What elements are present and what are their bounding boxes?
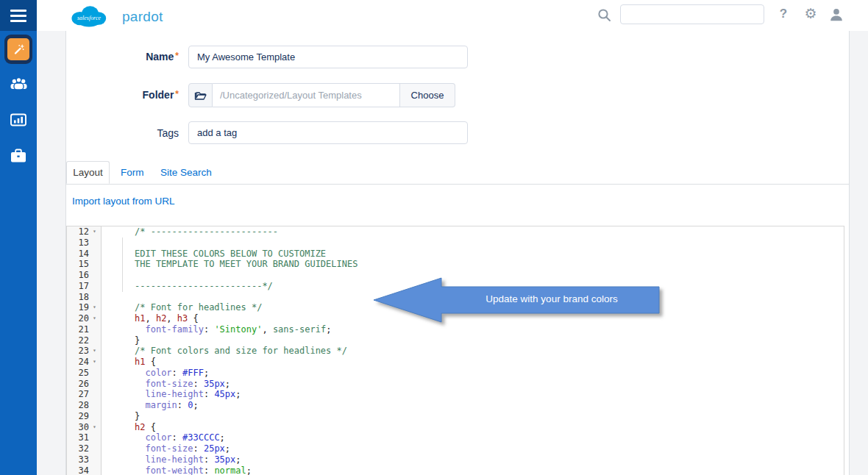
name-input[interactable] — [188, 46, 468, 68]
required-asterisk: * — [175, 89, 179, 99]
code-line[interactable]: 32 font-size: 25px; — [67, 443, 844, 454]
menu-icon[interactable] — [0, 0, 37, 31]
code-line[interactable]: 24▾h1 { — [67, 357, 844, 368]
fold-arrow-icon[interactable]: ▾ — [89, 302, 100, 313]
code-text[interactable]: font-size: 35px; — [102, 379, 230, 390]
line-number: 20 — [67, 313, 89, 324]
code-text[interactable]: font-size: 25px; — [102, 443, 230, 454]
code-text[interactable] — [102, 292, 135, 303]
code-text[interactable]: h1, h2, h3 { — [102, 313, 199, 324]
code-line[interactable]: 31 color: #33CCCC; — [67, 432, 844, 443]
user-avatar-icon[interactable] — [828, 7, 844, 26]
gutter: 23▾ — [67, 346, 102, 357]
code-text[interactable]: THE TEMPLATE TO MEET YOUR BRAND GUIDELIN… — [102, 259, 357, 270]
tab-site-search[interactable]: Site Search — [160, 161, 212, 184]
code-text[interactable]: line-height: 45px; — [102, 389, 241, 400]
gutter: 12▾ — [67, 226, 102, 238]
line-number: 17 — [67, 281, 89, 292]
line-number: 32 — [67, 443, 89, 454]
code-line[interactable]: 29} — [67, 411, 844, 422]
gutter: 30▾ — [67, 422, 102, 433]
code-text[interactable]: } — [102, 411, 140, 422]
code-text[interactable]: ------------------------*/ — [102, 281, 273, 292]
line-number: 31 — [67, 432, 89, 443]
code-line[interactable]: 25 color: #FFF; — [67, 368, 844, 379]
salesforce-pardot-logo[interactable]: salesforce pardot — [60, 2, 163, 30]
code-text[interactable]: color: #33CCCC; — [102, 432, 225, 443]
code-text[interactable] — [102, 270, 135, 281]
folder-label: Folder* — [66, 89, 179, 101]
code-text[interactable]: color: #FFF; — [102, 368, 209, 379]
code-line[interactable]: 12▾/* ------------------------ — [67, 226, 844, 238]
code-line[interactable]: 14EDIT THESE COLORS BELOW TO CUSTOMIZE — [67, 249, 844, 260]
code-line[interactable]: 30▾h2 { — [67, 422, 844, 433]
code-text[interactable]: /* Font colors and size for headlines */ — [102, 346, 347, 357]
code-line[interactable]: 22} — [67, 335, 844, 346]
line-number: 29 — [67, 411, 89, 422]
gutter: 14 — [67, 249, 102, 260]
settings-gear-icon[interactable]: ⚙ — [802, 5, 819, 21]
gutter: 32 — [67, 443, 102, 454]
global-search-input[interactable] — [620, 4, 764, 24]
code-line[interactable]: 15THE TEMPLATE TO MEET YOUR BRAND GUIDEL… — [67, 259, 844, 270]
code-editor[interactable]: 12▾/* ------------------------1314EDIT T… — [66, 226, 844, 475]
code-text[interactable]: margin: 0; — [102, 400, 199, 411]
help-icon[interactable]: ? — [776, 7, 791, 21]
import-layout-link[interactable]: Import layout from URL — [72, 196, 175, 207]
sidebar-item-reports[interactable] — [0, 112, 37, 128]
folder-path-input[interactable] — [213, 83, 400, 107]
code-text[interactable]: /* Font for headlines */ — [102, 302, 262, 313]
line-number: 21 — [67, 324, 89, 335]
code-line[interactable]: 33 line-height: 35px; — [67, 454, 844, 465]
line-number: 33 — [67, 454, 89, 465]
code-line[interactable]: 13 — [67, 238, 844, 249]
code-text[interactable] — [102, 238, 135, 249]
bar-chart-icon — [10, 112, 27, 128]
fold-arrow-icon[interactable]: ▾ — [89, 422, 100, 433]
code-line[interactable]: 34 font-weight: normal; — [67, 465, 844, 475]
code-text[interactable]: /* ------------------------ — [102, 226, 278, 238]
gutter: 19▾ — [67, 302, 102, 313]
code-text[interactable]: font-weight: normal; — [102, 465, 252, 475]
code-text[interactable]: h2 { — [102, 422, 156, 433]
code-text[interactable]: line-height: 35px; — [102, 454, 241, 465]
tags-input[interactable] — [188, 121, 468, 144]
code-text[interactable]: h1 { — [102, 357, 156, 368]
gutter: 18 — [67, 292, 102, 303]
gutter: 31 — [67, 432, 102, 443]
line-number: 16 — [67, 270, 89, 281]
salesforce-wordmark: salesforce — [77, 15, 101, 21]
code-line[interactable]: 26 font-size: 35px; — [67, 379, 844, 390]
gutter: 16 — [67, 270, 102, 281]
code-text[interactable]: EDIT THESE COLORS BELOW TO CUSTOMIZE — [102, 249, 326, 260]
line-number: 25 — [67, 368, 89, 379]
code-text[interactable]: font-family: 'Sintony', sans-serif; — [102, 324, 331, 335]
fold-arrow-icon[interactable]: ▾ — [89, 313, 100, 324]
code-text[interactable]: } — [102, 335, 140, 346]
sidebar-item-prospects[interactable] — [0, 76, 37, 91]
tags-label: Tags — [66, 127, 179, 139]
line-number: 12 — [67, 226, 89, 238]
choose-folder-button[interactable]: Choose — [400, 83, 455, 107]
app: salesforce pardot ? ⚙ Name* — [0, 0, 868, 475]
gutter: 15 — [67, 259, 102, 270]
sidebar-item-marketing[interactable] — [0, 148, 37, 164]
sidebar-item-content-active[interactable] — [4, 35, 32, 64]
code-line[interactable]: 28 margin: 0; — [67, 400, 844, 411]
search-icon[interactable] — [597, 8, 611, 25]
fold-arrow-icon[interactable]: ▾ — [89, 226, 100, 238]
tab-layout[interactable]: Layout — [66, 161, 110, 184]
code-line[interactable]: 23▾/* Font colors and size for headlines… — [67, 346, 844, 357]
gutter: 20▾ — [67, 313, 102, 324]
required-asterisk: * — [175, 51, 179, 61]
indent-guide — [122, 238, 123, 292]
line-number: 15 — [67, 259, 89, 270]
line-number: 27 — [67, 389, 89, 400]
line-number: 19 — [67, 302, 89, 313]
fold-arrow-icon[interactable]: ▾ — [89, 357, 100, 368]
top-header: salesforce pardot ? ⚙ — [37, 0, 868, 32]
code-line[interactable]: 27 line-height: 45px; — [67, 389, 844, 400]
folder-open-icon[interactable] — [188, 83, 213, 107]
tab-form[interactable]: Form — [121, 161, 144, 184]
fold-arrow-icon[interactable]: ▾ — [89, 346, 100, 357]
